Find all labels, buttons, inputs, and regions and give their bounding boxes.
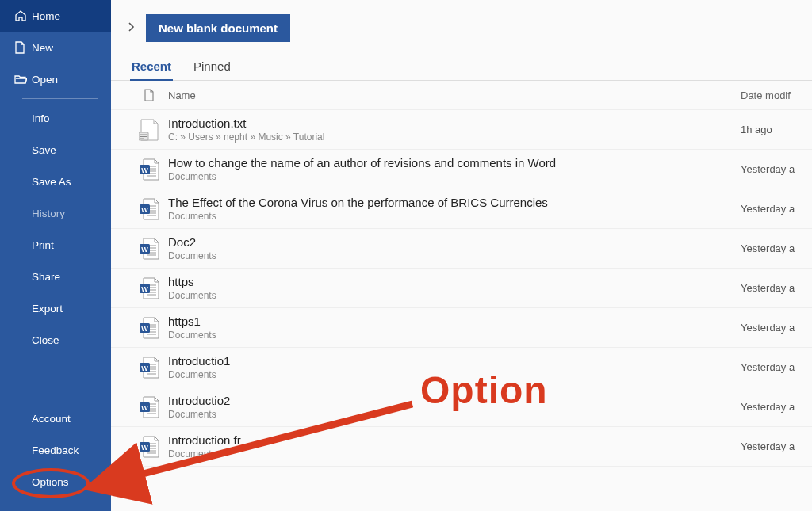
file-row[interactable]: W Introductio2DocumentsYesterday a: [111, 387, 812, 427]
svg-text:W: W: [141, 324, 148, 332]
file-date: Yesterday a: [741, 361, 812, 373]
nav-open-label: Open: [32, 74, 58, 86]
header-date[interactable]: Date modif: [741, 90, 812, 101]
file-icon-cell: W: [130, 395, 168, 419]
nav-close[interactable]: Close: [0, 324, 111, 356]
file-path: Documents: [168, 290, 741, 301]
folder-open-icon: [14, 74, 32, 85]
file-info: How to change the name of an author of r…: [168, 156, 741, 182]
svg-text:W: W: [141, 205, 148, 213]
file-row[interactable]: Introduction.txtC: » Users » nepht » Mus…: [111, 110, 812, 150]
file-row[interactable]: W Doc2DocumentsYesterday a: [111, 229, 812, 269]
file-name: Introduction.txt: [168, 116, 741, 130]
chevron-right-icon[interactable]: [127, 21, 135, 36]
file-info: Introduction frDocuments: [168, 433, 741, 460]
file-info: Introductio1Documents: [168, 354, 741, 380]
word-doc-icon: W: [139, 158, 159, 181]
file-date: Yesterday a: [741, 401, 812, 413]
file-name: Introductio2: [168, 394, 741, 407]
nav-open[interactable]: Open: [0, 63, 111, 95]
nav-options[interactable]: Options: [0, 466, 111, 498]
new-doc-icon: [14, 41, 32, 54]
file-path: Documents: [168, 171, 741, 182]
file-path: C: » Users » nepht » Music » Tutorial: [168, 132, 741, 143]
nav-info[interactable]: Info: [0, 102, 111, 134]
header-doc-icon: [130, 89, 168, 101]
file-name: The Effect of the Corona Virus on the pe…: [168, 196, 741, 209]
sidebar-separator-2: [22, 399, 98, 399]
file-icon-cell: W: [130, 316, 168, 340]
file-info: httpsDocuments: [168, 275, 741, 301]
file-icon-cell: W: [130, 237, 168, 261]
nav-print[interactable]: Print: [0, 229, 111, 261]
top-row: New blank document: [111, 0, 812, 56]
file-list-header: Name Date modif: [111, 81, 812, 110]
file-path: Documents: [168, 369, 741, 380]
nav-history[interactable]: History: [0, 197, 111, 229]
txt-doc-icon: [139, 118, 159, 142]
svg-text:W: W: [141, 245, 148, 253]
file-path: Documents: [168, 409, 741, 420]
file-path: Documents: [168, 330, 741, 341]
svg-text:W: W: [141, 443, 148, 451]
nav-new[interactable]: New: [0, 32, 111, 63]
nav-save[interactable]: Save: [0, 134, 111, 166]
file-info: Doc2Documents: [168, 235, 741, 261]
nav-save-as[interactable]: Save As: [0, 166, 111, 197]
header-name[interactable]: Name: [168, 90, 741, 101]
file-name: How to change the name of an author of r…: [168, 156, 741, 170]
file-path: Documents: [168, 211, 741, 222]
svg-text:W: W: [141, 403, 148, 411]
nav-home-label: Home: [32, 10, 60, 22]
word-doc-icon: W: [139, 356, 159, 379]
svg-text:W: W: [141, 166, 148, 174]
file-date: Yesterday a: [741, 282, 812, 294]
word-doc-icon: W: [139, 435, 159, 459]
file-row[interactable]: W The Effect of the Corona Virus on the …: [111, 189, 812, 229]
file-date: Yesterday a: [741, 440, 812, 452]
svg-text:W: W: [141, 364, 148, 372]
nav-account[interactable]: Account: [0, 402, 111, 434]
file-row[interactable]: W Introduction frDocumentsYesterday a: [111, 427, 812, 467]
file-name: https: [168, 275, 741, 288]
word-doc-icon: W: [139, 276, 159, 300]
file-info: The Effect of the Corona Virus on the pe…: [168, 196, 741, 222]
file-row[interactable]: W httpsDocumentsYesterday a: [111, 269, 812, 308]
nav-new-label: New: [32, 42, 53, 54]
word-doc-icon: W: [139, 316, 159, 340]
file-row[interactable]: W How to change the name of an author of…: [111, 150, 812, 189]
file-date: Yesterday a: [741, 242, 812, 254]
file-name: Introduction fr: [168, 433, 741, 447]
file-row[interactable]: W Introductio1DocumentsYesterday a: [111, 348, 812, 387]
file-list: Introduction.txtC: » Users » nepht » Mus…: [111, 110, 812, 467]
file-name: Introductio1: [168, 354, 741, 368]
file-icon-cell: W: [130, 276, 168, 300]
backstage-sidebar: Home New Open Info Save Save As History …: [0, 0, 111, 511]
file-icon-cell: W: [130, 356, 168, 379]
file-name: Doc2: [168, 235, 741, 249]
nav-share[interactable]: Share: [0, 261, 111, 292]
file-info: https1Documents: [168, 315, 741, 341]
sidebar-separator-1: [22, 98, 98, 99]
new-blank-document-button[interactable]: New blank document: [146, 14, 290, 42]
file-path: Documents: [168, 250, 741, 261]
tab-recent[interactable]: Recent: [130, 56, 173, 81]
tab-pinned[interactable]: Pinned: [192, 56, 232, 80]
word-doc-icon: W: [139, 395, 159, 419]
file-row[interactable]: W https1DocumentsYesterday a: [111, 308, 812, 348]
nav-feedback[interactable]: Feedback: [0, 434, 111, 466]
file-date: Yesterday a: [741, 322, 812, 334]
word-doc-icon: W: [139, 197, 159, 221]
file-date: Yesterday a: [741, 163, 812, 175]
file-icon-cell: W: [130, 435, 168, 459]
home-icon: [14, 10, 32, 22]
word-doc-icon: W: [139, 237, 159, 261]
nav-export[interactable]: Export: [0, 292, 111, 324]
file-name: https1: [168, 315, 741, 328]
file-info: Introduction.txtC: » Users » nepht » Mus…: [168, 116, 741, 143]
nav-home[interactable]: Home: [0, 0, 111, 32]
file-date: 1h ago: [741, 124, 812, 135]
file-path: Documents: [168, 448, 741, 460]
file-date: Yesterday a: [741, 203, 812, 215]
file-icon-cell: W: [130, 158, 168, 181]
